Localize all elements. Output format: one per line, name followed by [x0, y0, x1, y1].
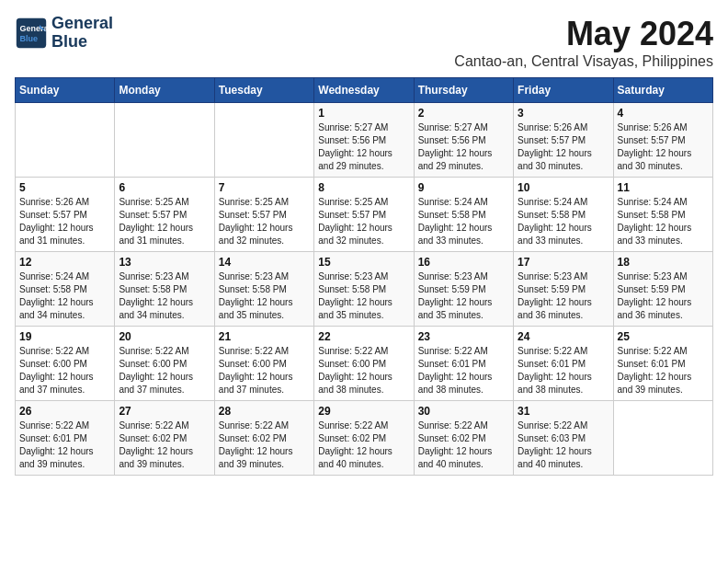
calendar-day-cell: 21Sunrise: 5:22 AM Sunset: 6:00 PM Dayli… [214, 327, 313, 401]
calendar-week-row: 26Sunrise: 5:22 AM Sunset: 6:01 PM Dayli… [16, 401, 713, 476]
logo: General Blue General Blue [15, 15, 113, 52]
calendar-week-row: 5Sunrise: 5:26 AM Sunset: 5:57 PM Daylig… [16, 178, 713, 252]
calendar-day-cell: 13Sunrise: 5:23 AM Sunset: 5:58 PM Dayli… [115, 252, 214, 327]
day-number: 29 [318, 405, 409, 418]
calendar-day-cell: 20Sunrise: 5:22 AM Sunset: 6:00 PM Dayli… [115, 327, 214, 401]
calendar-day-cell: 15Sunrise: 5:23 AM Sunset: 5:58 PM Dayli… [314, 252, 414, 327]
day-info: Sunrise: 5:26 AM Sunset: 5:57 PM Dayligh… [19, 196, 110, 247]
day-number: 9 [418, 181, 509, 194]
day-number: 25 [618, 330, 709, 343]
logo-icon: General Blue [15, 17, 48, 50]
day-info: Sunrise: 5:22 AM Sunset: 6:00 PM Dayligh… [318, 345, 409, 396]
day-number: 24 [518, 330, 609, 343]
calendar-day-cell: 31Sunrise: 5:22 AM Sunset: 6:03 PM Dayli… [514, 401, 613, 476]
day-info: Sunrise: 5:22 AM Sunset: 6:01 PM Dayligh… [19, 419, 110, 471]
day-info: Sunrise: 5:22 AM Sunset: 6:02 PM Dayligh… [318, 419, 409, 471]
day-number: 7 [219, 181, 310, 194]
calendar-day-cell: 30Sunrise: 5:22 AM Sunset: 6:02 PM Dayli… [414, 401, 513, 476]
day-number: 23 [418, 330, 509, 343]
day-number: 15 [318, 256, 409, 269]
day-info: Sunrise: 5:22 AM Sunset: 6:02 PM Dayligh… [119, 419, 210, 471]
day-number: 10 [518, 181, 609, 194]
day-number: 2 [418, 107, 509, 120]
header: General Blue General Blue May 2024 Canta… [15, 15, 713, 70]
calendar-day-cell: 22Sunrise: 5:22 AM Sunset: 6:00 PM Dayli… [314, 327, 414, 401]
calendar-day-cell: 19Sunrise: 5:22 AM Sunset: 6:00 PM Dayli… [16, 327, 115, 401]
calendar-day-cell: 6Sunrise: 5:25 AM Sunset: 5:57 PM Daylig… [115, 178, 214, 252]
calendar-day-cell: 26Sunrise: 5:22 AM Sunset: 6:01 PM Dayli… [16, 401, 115, 476]
day-of-week-header: Thursday [414, 78, 513, 103]
calendar-day-cell: 12Sunrise: 5:24 AM Sunset: 5:58 PM Dayli… [16, 252, 115, 327]
svg-text:Blue: Blue [19, 34, 38, 43]
day-info: Sunrise: 5:22 AM Sunset: 6:03 PM Dayligh… [518, 419, 609, 471]
calendar-day-cell: 23Sunrise: 5:22 AM Sunset: 6:01 PM Dayli… [414, 327, 513, 401]
day-number: 31 [518, 405, 609, 418]
day-info: Sunrise: 5:25 AM Sunset: 5:57 PM Dayligh… [219, 196, 310, 247]
day-number: 21 [219, 330, 310, 343]
calendar-week-row: 12Sunrise: 5:24 AM Sunset: 5:58 PM Dayli… [16, 252, 713, 327]
day-number: 22 [318, 330, 409, 343]
calendar-day-cell: 8Sunrise: 5:25 AM Sunset: 5:57 PM Daylig… [314, 178, 414, 252]
day-info: Sunrise: 5:22 AM Sunset: 6:02 PM Dayligh… [418, 419, 509, 471]
title-area: May 2024 Cantao-an, Central Visayas, Phi… [454, 15, 713, 70]
day-info: Sunrise: 5:26 AM Sunset: 5:57 PM Dayligh… [518, 121, 609, 173]
day-info: Sunrise: 5:22 AM Sunset: 6:01 PM Dayligh… [418, 345, 509, 396]
calendar-day-cell: 5Sunrise: 5:26 AM Sunset: 5:57 PM Daylig… [16, 178, 115, 252]
calendar-day-cell: 16Sunrise: 5:23 AM Sunset: 5:59 PM Dayli… [414, 252, 513, 327]
day-of-week-header: Tuesday [214, 78, 313, 103]
day-number: 11 [618, 181, 709, 194]
calendar-day-cell: 9Sunrise: 5:24 AM Sunset: 5:58 PM Daylig… [414, 178, 513, 252]
calendar-day-cell: 29Sunrise: 5:22 AM Sunset: 6:02 PM Dayli… [314, 401, 414, 476]
day-number: 26 [19, 405, 110, 418]
calendar-day-cell: 28Sunrise: 5:22 AM Sunset: 6:02 PM Dayli… [214, 401, 313, 476]
calendar-week-row: 1Sunrise: 5:27 AM Sunset: 5:56 PM Daylig… [16, 103, 713, 178]
day-info: Sunrise: 5:22 AM Sunset: 6:00 PM Dayligh… [119, 345, 210, 396]
day-number: 14 [219, 256, 310, 269]
day-number: 20 [119, 330, 210, 343]
calendar-table: SundayMondayTuesdayWednesdayThursdayFrid… [15, 77, 713, 476]
page-title: May 2024 [454, 15, 713, 53]
calendar-day-cell: 4Sunrise: 5:26 AM Sunset: 5:57 PM Daylig… [613, 103, 712, 178]
logo-text: General Blue [51, 15, 113, 52]
day-info: Sunrise: 5:23 AM Sunset: 5:59 PM Dayligh… [618, 270, 709, 322]
day-info: Sunrise: 5:27 AM Sunset: 5:56 PM Dayligh… [318, 121, 409, 173]
day-of-week-header: Friday [514, 78, 613, 103]
calendar-day-cell [214, 103, 313, 178]
header-row: SundayMondayTuesdayWednesdayThursdayFrid… [16, 78, 713, 103]
day-info: Sunrise: 5:23 AM Sunset: 5:58 PM Dayligh… [318, 270, 409, 322]
svg-text:General: General [19, 24, 48, 33]
calendar-day-cell: 14Sunrise: 5:23 AM Sunset: 5:58 PM Dayli… [214, 252, 313, 327]
day-of-week-header: Wednesday [314, 78, 414, 103]
calendar-day-cell: 25Sunrise: 5:22 AM Sunset: 6:01 PM Dayli… [613, 327, 712, 401]
day-number: 18 [618, 256, 709, 269]
calendar-day-cell: 7Sunrise: 5:25 AM Sunset: 5:57 PM Daylig… [214, 178, 313, 252]
day-number: 28 [219, 405, 310, 418]
calendar-day-cell: 1Sunrise: 5:27 AM Sunset: 5:56 PM Daylig… [314, 103, 414, 178]
day-number: 8 [318, 181, 409, 194]
calendar-day-cell: 2Sunrise: 5:27 AM Sunset: 5:56 PM Daylig… [414, 103, 513, 178]
day-number: 3 [518, 107, 609, 120]
day-info: Sunrise: 5:22 AM Sunset: 6:00 PM Dayligh… [19, 345, 110, 396]
day-info: Sunrise: 5:27 AM Sunset: 5:56 PM Dayligh… [418, 121, 509, 173]
calendar-day-cell: 18Sunrise: 5:23 AM Sunset: 5:59 PM Dayli… [613, 252, 712, 327]
day-info: Sunrise: 5:23 AM Sunset: 5:59 PM Dayligh… [418, 270, 509, 322]
day-info: Sunrise: 5:26 AM Sunset: 5:57 PM Dayligh… [618, 121, 709, 173]
day-of-week-header: Sunday [16, 78, 115, 103]
day-info: Sunrise: 5:24 AM Sunset: 5:58 PM Dayligh… [618, 196, 709, 247]
calendar-day-cell: 17Sunrise: 5:23 AM Sunset: 5:59 PM Dayli… [514, 252, 613, 327]
day-info: Sunrise: 5:22 AM Sunset: 6:00 PM Dayligh… [219, 345, 310, 396]
day-number: 17 [518, 256, 609, 269]
calendar-day-cell: 3Sunrise: 5:26 AM Sunset: 5:57 PM Daylig… [514, 103, 613, 178]
day-info: Sunrise: 5:23 AM Sunset: 5:58 PM Dayligh… [119, 270, 210, 322]
calendar-day-cell [613, 401, 712, 476]
page-subtitle: Cantao-an, Central Visayas, Philippines [454, 53, 713, 70]
day-info: Sunrise: 5:25 AM Sunset: 5:57 PM Dayligh… [318, 196, 409, 247]
day-of-week-header: Monday [115, 78, 214, 103]
calendar-week-row: 19Sunrise: 5:22 AM Sunset: 6:00 PM Dayli… [16, 327, 713, 401]
day-number: 5 [19, 181, 110, 194]
day-info: Sunrise: 5:22 AM Sunset: 6:01 PM Dayligh… [518, 345, 609, 396]
day-info: Sunrise: 5:24 AM Sunset: 5:58 PM Dayligh… [19, 270, 110, 322]
day-number: 12 [19, 256, 110, 269]
day-info: Sunrise: 5:22 AM Sunset: 6:02 PM Dayligh… [219, 419, 310, 471]
day-number: 30 [418, 405, 509, 418]
